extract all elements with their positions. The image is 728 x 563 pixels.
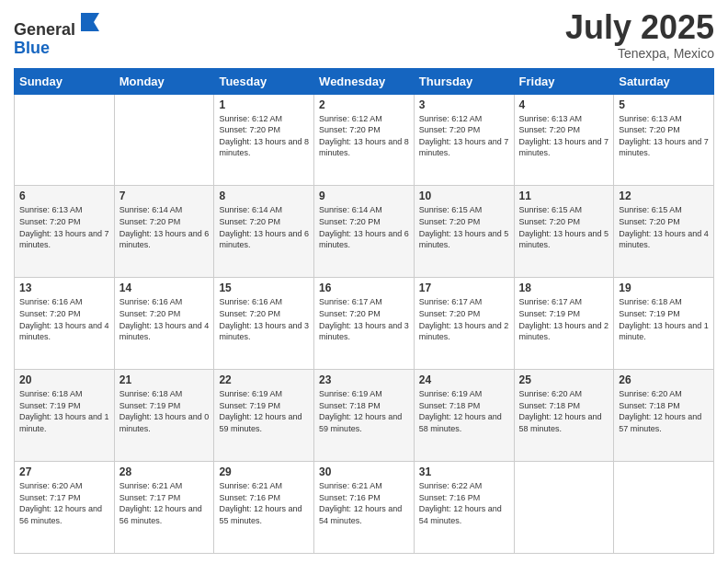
day-number: 29 bbox=[219, 465, 309, 478]
calendar-cell: 19Sunrise: 6:18 AM Sunset: 7:19 PM Dayli… bbox=[614, 278, 714, 370]
header-sunday: Sunday bbox=[15, 68, 115, 94]
day-info: Sunrise: 6:16 AM Sunset: 7:20 PM Dayligh… bbox=[219, 296, 309, 342]
calendar-cell: 22Sunrise: 6:19 AM Sunset: 7:19 PM Dayli… bbox=[214, 370, 314, 462]
calendar-cell: 20Sunrise: 6:18 AM Sunset: 7:19 PM Dayli… bbox=[15, 370, 115, 462]
header-wednesday: Wednesday bbox=[314, 68, 415, 94]
day-info: Sunrise: 6:15 AM Sunset: 7:20 PM Dayligh… bbox=[419, 204, 509, 250]
calendar-cell: 2Sunrise: 6:12 AM Sunset: 7:20 PM Daylig… bbox=[314, 94, 415, 186]
calendar-cell: 6Sunrise: 6:13 AM Sunset: 7:20 PM Daylig… bbox=[15, 186, 115, 278]
calendar-week-1: 1Sunrise: 6:12 AM Sunset: 7:20 PM Daylig… bbox=[15, 94, 714, 186]
calendar-cell: 21Sunrise: 6:18 AM Sunset: 7:19 PM Dayli… bbox=[114, 370, 214, 462]
logo-general: General bbox=[14, 20, 75, 39]
day-number: 2 bbox=[319, 98, 409, 111]
day-number: 5 bbox=[619, 98, 709, 111]
day-number: 27 bbox=[19, 465, 109, 478]
day-info: Sunrise: 6:13 AM Sunset: 7:20 PM Dayligh… bbox=[519, 113, 609, 159]
day-number: 6 bbox=[19, 190, 109, 202]
day-info: Sunrise: 6:17 AM Sunset: 7:20 PM Dayligh… bbox=[419, 296, 509, 342]
day-info: Sunrise: 6:14 AM Sunset: 7:20 PM Dayligh… bbox=[319, 204, 409, 250]
day-number: 3 bbox=[419, 98, 509, 111]
day-number: 18 bbox=[519, 282, 609, 294]
header-friday: Friday bbox=[514, 68, 614, 94]
header-saturday: Saturday bbox=[614, 68, 714, 94]
calendar-cell bbox=[15, 94, 115, 186]
logo-text: General bbox=[14, 9, 103, 40]
day-number: 13 bbox=[19, 282, 109, 294]
calendar-cell: 25Sunrise: 6:20 AM Sunset: 7:18 PM Dayli… bbox=[514, 370, 614, 462]
day-number: 23 bbox=[319, 373, 409, 386]
day-info: Sunrise: 6:15 AM Sunset: 7:20 PM Dayligh… bbox=[619, 204, 709, 250]
calendar-cell: 9Sunrise: 6:14 AM Sunset: 7:20 PM Daylig… bbox=[314, 186, 415, 278]
day-info: Sunrise: 6:17 AM Sunset: 7:19 PM Dayligh… bbox=[519, 296, 609, 342]
page: General Blue July 2025 Tenexpa, Mexico S… bbox=[0, 0, 728, 563]
day-info: Sunrise: 6:16 AM Sunset: 7:20 PM Dayligh… bbox=[19, 296, 109, 342]
day-info: Sunrise: 6:19 AM Sunset: 7:18 PM Dayligh… bbox=[319, 388, 409, 434]
day-number: 19 bbox=[619, 282, 709, 294]
day-info: Sunrise: 6:21 AM Sunset: 7:16 PM Dayligh… bbox=[319, 480, 409, 526]
day-number: 11 bbox=[519, 190, 609, 202]
day-info: Sunrise: 6:15 AM Sunset: 7:20 PM Dayligh… bbox=[519, 204, 609, 250]
day-number: 10 bbox=[419, 190, 509, 202]
calendar-week-4: 20Sunrise: 6:18 AM Sunset: 7:19 PM Dayli… bbox=[15, 370, 714, 462]
calendar-cell: 12Sunrise: 6:15 AM Sunset: 7:20 PM Dayli… bbox=[614, 186, 714, 278]
day-number: 7 bbox=[119, 190, 210, 202]
day-info: Sunrise: 6:17 AM Sunset: 7:20 PM Dayligh… bbox=[319, 296, 409, 342]
day-info: Sunrise: 6:20 AM Sunset: 7:18 PM Dayligh… bbox=[619, 388, 709, 434]
logo-flag-icon bbox=[77, 9, 103, 35]
day-info: Sunrise: 6:20 AM Sunset: 7:18 PM Dayligh… bbox=[519, 388, 609, 434]
calendar-cell: 4Sunrise: 6:13 AM Sunset: 7:20 PM Daylig… bbox=[514, 94, 614, 186]
day-info: Sunrise: 6:12 AM Sunset: 7:20 PM Dayligh… bbox=[419, 113, 509, 159]
day-number: 25 bbox=[519, 373, 609, 386]
calendar-cell: 13Sunrise: 6:16 AM Sunset: 7:20 PM Dayli… bbox=[15, 278, 115, 370]
calendar-week-2: 6Sunrise: 6:13 AM Sunset: 7:20 PM Daylig… bbox=[15, 186, 714, 278]
title-location: Tenexpa, Mexico bbox=[565, 46, 714, 61]
calendar-cell: 8Sunrise: 6:14 AM Sunset: 7:20 PM Daylig… bbox=[214, 186, 314, 278]
day-number: 20 bbox=[19, 373, 109, 386]
calendar-cell: 3Sunrise: 6:12 AM Sunset: 7:20 PM Daylig… bbox=[414, 94, 514, 186]
day-info: Sunrise: 6:13 AM Sunset: 7:20 PM Dayligh… bbox=[619, 113, 709, 159]
calendar-cell bbox=[514, 462, 614, 554]
calendar-cell bbox=[114, 94, 214, 186]
day-info: Sunrise: 6:21 AM Sunset: 7:16 PM Dayligh… bbox=[219, 480, 309, 526]
day-number: 26 bbox=[619, 373, 709, 386]
logo: General Blue bbox=[14, 9, 103, 58]
day-info: Sunrise: 6:20 AM Sunset: 7:17 PM Dayligh… bbox=[19, 480, 109, 526]
svg-marker-0 bbox=[81, 13, 99, 31]
day-info: Sunrise: 6:16 AM Sunset: 7:20 PM Dayligh… bbox=[119, 296, 210, 342]
calendar-cell: 10Sunrise: 6:15 AM Sunset: 7:20 PM Dayli… bbox=[414, 186, 514, 278]
day-number: 24 bbox=[419, 373, 509, 386]
calendar-week-5: 27Sunrise: 6:20 AM Sunset: 7:17 PM Dayli… bbox=[15, 462, 714, 554]
day-info: Sunrise: 6:12 AM Sunset: 7:20 PM Dayligh… bbox=[219, 113, 309, 159]
day-info: Sunrise: 6:18 AM Sunset: 7:19 PM Dayligh… bbox=[19, 388, 109, 434]
logo-blue-text: Blue bbox=[14, 40, 103, 58]
day-info: Sunrise: 6:18 AM Sunset: 7:19 PM Dayligh… bbox=[619, 296, 709, 342]
calendar-cell: 11Sunrise: 6:15 AM Sunset: 7:20 PM Dayli… bbox=[514, 186, 614, 278]
day-number: 17 bbox=[419, 282, 509, 294]
calendar-cell: 31Sunrise: 6:22 AM Sunset: 7:16 PM Dayli… bbox=[414, 462, 514, 554]
day-number: 28 bbox=[119, 465, 210, 478]
calendar-cell: 24Sunrise: 6:19 AM Sunset: 7:18 PM Dayli… bbox=[414, 370, 514, 462]
day-info: Sunrise: 6:18 AM Sunset: 7:19 PM Dayligh… bbox=[119, 388, 210, 434]
day-number: 1 bbox=[219, 98, 309, 111]
day-number: 12 bbox=[619, 190, 709, 202]
day-number: 14 bbox=[119, 282, 210, 294]
title-month: July 2025 bbox=[565, 9, 714, 46]
day-number: 30 bbox=[319, 465, 409, 478]
day-number: 8 bbox=[219, 190, 309, 202]
day-info: Sunrise: 6:19 AM Sunset: 7:19 PM Dayligh… bbox=[219, 388, 309, 434]
calendar-cell: 15Sunrise: 6:16 AM Sunset: 7:20 PM Dayli… bbox=[214, 278, 314, 370]
calendar-cell: 23Sunrise: 6:19 AM Sunset: 7:18 PM Dayli… bbox=[314, 370, 415, 462]
day-number: 4 bbox=[519, 98, 609, 111]
header-tuesday: Tuesday bbox=[214, 68, 314, 94]
day-info: Sunrise: 6:14 AM Sunset: 7:20 PM Dayligh… bbox=[219, 204, 309, 250]
calendar-week-3: 13Sunrise: 6:16 AM Sunset: 7:20 PM Dayli… bbox=[15, 278, 714, 370]
calendar-cell: 14Sunrise: 6:16 AM Sunset: 7:20 PM Dayli… bbox=[114, 278, 214, 370]
day-number: 15 bbox=[219, 282, 309, 294]
calendar-cell: 26Sunrise: 6:20 AM Sunset: 7:18 PM Dayli… bbox=[614, 370, 714, 462]
header-thursday: Thursday bbox=[414, 68, 514, 94]
calendar-cell bbox=[614, 462, 714, 554]
calendar-cell: 27Sunrise: 6:20 AM Sunset: 7:17 PM Dayli… bbox=[15, 462, 115, 554]
day-number: 9 bbox=[319, 190, 409, 202]
day-number: 22 bbox=[219, 373, 309, 386]
day-info: Sunrise: 6:13 AM Sunset: 7:20 PM Dayligh… bbox=[19, 204, 109, 250]
